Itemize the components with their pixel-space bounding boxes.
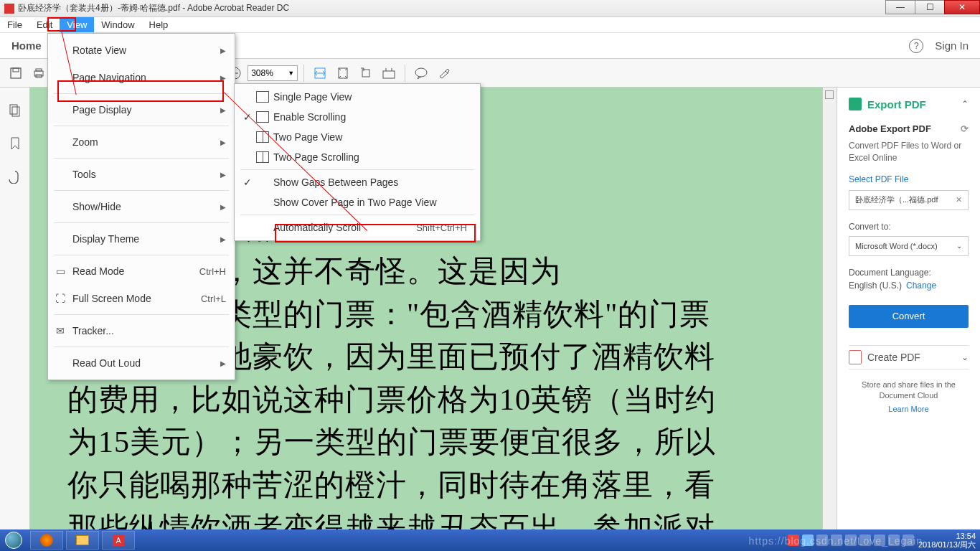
close-button[interactable]: ✕ <box>944 0 980 14</box>
menu-edit[interactable]: Edit <box>29 17 60 32</box>
submenu-single-page[interactable]: Single Page View <box>235 87 480 107</box>
title-bar: 卧底经济学（套装共4册）-蒂姆·哈福德.pdf - Adobe Acrobat … <box>0 0 980 17</box>
sign-in-link[interactable]: Sign In <box>935 39 969 52</box>
tracker-icon: ✉ <box>54 324 67 337</box>
convert-to-label: Convert to: <box>849 222 969 232</box>
check-icon: ✓ <box>243 111 253 123</box>
menu-view[interactable]: View <box>60 17 94 32</box>
svg-rect-17 <box>10 105 17 114</box>
task-firefox[interactable] <box>30 531 63 550</box>
window-controls: — ☐ ✕ <box>886 0 980 14</box>
menu-separator <box>54 126 229 126</box>
home-label[interactable]: Home <box>11 39 42 52</box>
toolbar-divider <box>405 65 405 82</box>
submenu-enable-scrolling[interactable]: ✓Enable Scrolling <box>235 107 480 127</box>
export-pdf-header[interactable]: Export PDF <box>849 98 926 110</box>
save-icon[interactable] <box>6 63 26 83</box>
fit-width-icon[interactable] <box>310 63 330 83</box>
learn-more-link[interactable]: Learn More <box>849 404 969 415</box>
menu-display-theme[interactable]: Display Theme▶ <box>48 225 235 253</box>
collapse-icon[interactable]: ⌃ <box>961 99 969 109</box>
menu-read-mode[interactable]: ▭Read ModeCtrl+H <box>48 258 235 285</box>
svg-rect-13 <box>383 71 395 78</box>
create-pdf-section[interactable]: Create PDF ⌄ <box>849 345 969 369</box>
refresh-icon[interactable]: ⟳ <box>961 123 969 134</box>
menu-separator <box>54 347 229 347</box>
page-view-icon[interactable] <box>379 63 399 83</box>
attachment-icon[interactable] <box>6 168 24 185</box>
format-select[interactable]: Microsoft Word (*.docx) ⌄ <box>849 236 969 256</box>
view-menu: Rotate View▶ Page Navigation▶ Page Displ… <box>47 33 235 380</box>
convert-description: Convert PDF Files to Word or Excel Onlin… <box>849 140 969 164</box>
chevron-down-icon: ⌄ <box>956 242 962 250</box>
menu-tools[interactable]: Tools▶ <box>48 161 235 188</box>
page-display-submenu: Single Page View ✓Enable Scrolling Two P… <box>234 83 481 241</box>
svg-rect-18 <box>12 107 19 116</box>
cloud-footer: Store and share files in the Document Cl… <box>849 380 969 415</box>
scrolling-icon <box>256 111 269 123</box>
svg-rect-0 <box>11 68 21 78</box>
menu-page-navigation[interactable]: Page Navigation▶ <box>48 64 235 91</box>
fullscreen-icon: ⛶ <box>54 292 67 305</box>
start-button[interactable] <box>0 530 27 550</box>
submenu-two-page[interactable]: Two Page View <box>235 127 480 147</box>
menu-full-screen[interactable]: ⛶Full Screen ModeCtrl+L <box>48 285 235 312</box>
language-value: English (U.S.)Change <box>849 281 969 291</box>
menu-tracker[interactable]: ✉Tracker... <box>48 317 235 344</box>
menu-help[interactable]: Help <box>142 17 176 32</box>
svg-rect-1 <box>13 68 19 72</box>
adobe-export-title: Adobe Export PDF <box>849 123 931 134</box>
maximize-button[interactable]: ☐ <box>915 0 945 14</box>
change-language-link[interactable]: Change <box>906 281 936 291</box>
submenu-two-scrolling[interactable]: Two Page Scrolling <box>235 147 480 167</box>
select-pdf-link[interactable]: Select PDF File <box>849 174 969 184</box>
zoom-select[interactable]: 308%▼ <box>248 65 298 81</box>
menu-separator <box>54 190 229 191</box>
watermark-text: https://blog.csdn.net/Love_Legain <box>749 535 923 547</box>
menu-page-display[interactable]: Page Display▶ <box>48 96 235 123</box>
clock[interactable]: 13:54 2018/01/13/周六 <box>918 532 976 549</box>
left-toolbar <box>0 88 30 529</box>
read-mode-icon: ▭ <box>54 265 67 278</box>
print-icon[interactable] <box>29 63 49 83</box>
submenu-cover-page[interactable]: Show Cover Page in Two Page View <box>235 192 480 212</box>
rotate-icon[interactable] <box>356 63 376 83</box>
thumbnails-icon[interactable] <box>6 102 24 119</box>
remove-file-icon[interactable]: ✕ <box>956 195 962 204</box>
submenu-separator <box>240 215 474 215</box>
create-pdf-icon <box>849 350 862 364</box>
toolbar-divider <box>303 65 304 82</box>
submenu-auto-scroll[interactable]: Automatically ScrollShift+Ctrl+H <box>235 217 480 237</box>
menu-separator <box>54 158 229 159</box>
language-label: Document Language: <box>849 268 969 278</box>
fit-page-icon[interactable] <box>333 63 353 83</box>
submenu-separator <box>240 169 474 170</box>
task-acrobat[interactable]: A <box>102 531 135 550</box>
task-explorer[interactable] <box>66 531 99 550</box>
menu-window[interactable]: Window <box>94 17 141 32</box>
chevron-down-icon: ⌄ <box>961 352 969 362</box>
menu-separator <box>54 255 229 255</box>
right-panel: Export PDF ⌃ Adobe Export PDF ⟳ Convert … <box>837 88 980 529</box>
menu-separator <box>54 93 229 94</box>
menu-show-hide[interactable]: Show/Hide▶ <box>48 193 235 220</box>
minimize-button[interactable]: — <box>885 0 915 14</box>
scrollbar[interactable] <box>822 88 837 529</box>
menu-zoom[interactable]: Zoom▶ <box>48 128 235 156</box>
scroll-up-icon[interactable] <box>825 90 834 99</box>
menu-bar: File Edit View Window Help <box>0 17 980 33</box>
selected-file-box[interactable]: 卧底经济学（...福德.pdf ✕ <box>849 190 969 210</box>
submenu-show-gaps[interactable]: ✓Show Gaps Between Pages <box>235 172 480 192</box>
help-icon[interactable]: ? <box>909 39 923 53</box>
convert-button[interactable]: Convert <box>849 305 969 328</box>
svg-point-16 <box>415 68 427 77</box>
menu-rotate-view[interactable]: Rotate View▶ <box>48 37 235 64</box>
bookmark-icon[interactable] <box>6 135 24 152</box>
single-page-icon <box>256 91 269 103</box>
menu-read-out-loud[interactable]: Read Out Loud▶ <box>48 349 235 377</box>
highlight-icon[interactable] <box>434 63 454 83</box>
pdf-icon <box>4 4 14 14</box>
two-page-icon <box>256 131 269 143</box>
comment-icon[interactable] <box>411 63 431 83</box>
menu-file[interactable]: File <box>0 17 29 32</box>
